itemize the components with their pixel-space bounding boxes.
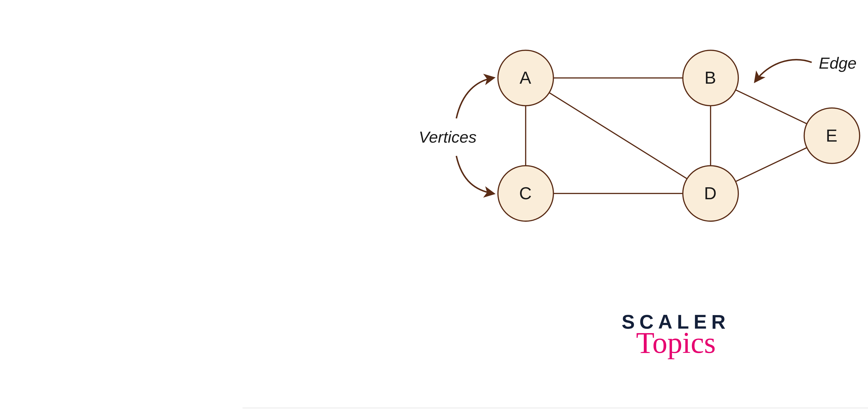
vertices-arrow-to-C xyxy=(456,156,493,194)
node-label-C: C xyxy=(519,184,532,203)
footer-divider xyxy=(243,408,868,408)
vertices-arrow-to-A xyxy=(456,78,493,118)
node-label-A: A xyxy=(520,68,532,88)
node-label-B: B xyxy=(705,68,717,88)
edge-annotation: Edge xyxy=(819,54,857,73)
graph-svg xyxy=(243,0,868,410)
edge-A-D xyxy=(549,93,687,179)
edges-group xyxy=(526,78,807,194)
edge-D-E xyxy=(736,148,807,182)
edge-arrow xyxy=(756,60,812,81)
nodes-group xyxy=(498,50,860,221)
node-label-E: E xyxy=(826,126,838,145)
logo-bottom-text: Topics xyxy=(622,328,730,358)
node-label-D: D xyxy=(704,184,717,203)
scaler-topics-logo: SCALER Topics xyxy=(622,312,730,358)
vertices-annotation: Vertices xyxy=(419,128,477,146)
edge-B-E xyxy=(736,90,807,124)
diagram-canvas: A B C D E Vertices Edge SCALER Topics xyxy=(243,0,868,410)
